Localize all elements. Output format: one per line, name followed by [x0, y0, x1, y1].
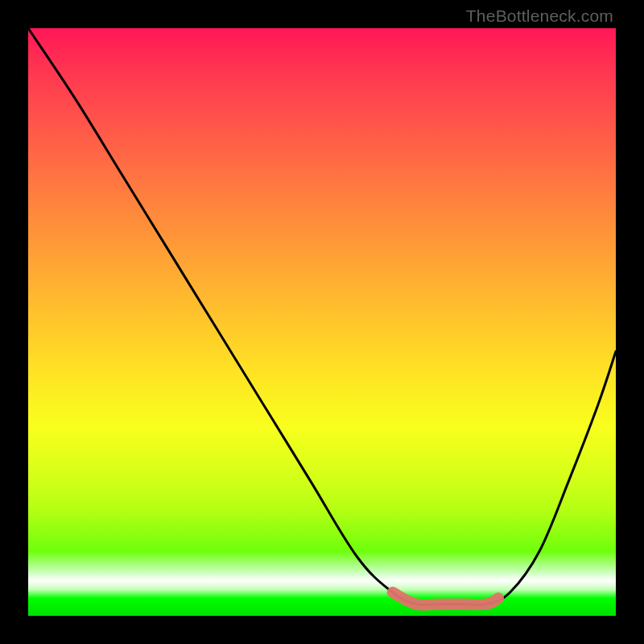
bottleneck-curve: [28, 28, 616, 605]
watermark-text: TheBottleneck.com: [466, 6, 613, 26]
curve-layer: [28, 28, 616, 616]
valley-highlight: [393, 592, 498, 605]
chart-stage: TheBottleneck.com: [0, 0, 644, 644]
plot-area: [28, 28, 616, 616]
